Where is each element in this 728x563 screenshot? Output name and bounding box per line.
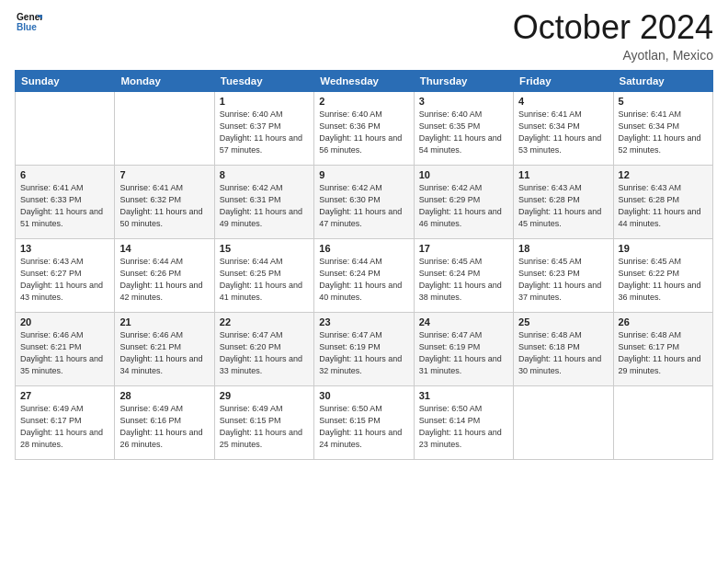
day-number: 29 xyxy=(220,390,309,401)
day-info: Sunrise: 6:40 AM Sunset: 6:37 PM Dayligh… xyxy=(220,109,309,156)
day-number: 8 xyxy=(220,169,309,180)
weekday-header: Monday xyxy=(115,70,214,91)
day-number: 2 xyxy=(319,96,408,107)
weekday-header: Friday xyxy=(514,70,613,91)
day-number: 17 xyxy=(419,243,508,254)
calendar-cell: 24Sunrise: 6:47 AM Sunset: 6:19 PM Dayli… xyxy=(414,312,513,385)
calendar-cell xyxy=(613,385,712,459)
day-number: 1 xyxy=(220,96,309,107)
calendar-cell: 22Sunrise: 6:47 AM Sunset: 6:20 PM Dayli… xyxy=(214,312,313,385)
day-info: Sunrise: 6:43 AM Sunset: 6:27 PM Dayligh… xyxy=(20,256,109,304)
page: General Blue October 2024 Ayotlan, Mexic… xyxy=(0,0,728,563)
day-info: Sunrise: 6:48 AM Sunset: 6:17 PM Dayligh… xyxy=(619,329,708,377)
calendar-cell: 20Sunrise: 6:46 AM Sunset: 6:21 PM Dayli… xyxy=(16,312,115,385)
day-info: Sunrise: 6:42 AM Sunset: 6:29 PM Dayligh… xyxy=(419,182,508,230)
calendar-cell: 29Sunrise: 6:49 AM Sunset: 6:15 PM Dayli… xyxy=(214,385,313,459)
day-number: 11 xyxy=(518,169,608,180)
calendar-week-row: 1Sunrise: 6:40 AM Sunset: 6:37 PM Daylig… xyxy=(16,91,713,165)
day-number: 21 xyxy=(119,316,209,327)
calendar-cell: 4Sunrise: 6:41 AM Sunset: 6:34 PM Daylig… xyxy=(514,91,613,165)
day-info: Sunrise: 6:45 AM Sunset: 6:23 PM Dayligh… xyxy=(518,256,608,304)
calendar-cell xyxy=(115,91,214,165)
location: Ayotlan, Mexico xyxy=(513,48,713,63)
header: General Blue October 2024 Ayotlan, Mexic… xyxy=(15,9,713,63)
calendar-cell: 17Sunrise: 6:45 AM Sunset: 6:24 PM Dayli… xyxy=(414,238,513,312)
day-info: Sunrise: 6:41 AM Sunset: 6:33 PM Dayligh… xyxy=(20,182,109,230)
day-info: Sunrise: 6:47 AM Sunset: 6:19 PM Dayligh… xyxy=(419,329,508,377)
day-info: Sunrise: 6:41 AM Sunset: 6:34 PM Dayligh… xyxy=(619,109,708,156)
calendar-cell: 12Sunrise: 6:43 AM Sunset: 6:28 PM Dayli… xyxy=(613,165,712,238)
day-number: 15 xyxy=(220,243,309,254)
calendar-cell: 7Sunrise: 6:41 AM Sunset: 6:32 PM Daylig… xyxy=(115,165,214,238)
day-info: Sunrise: 6:49 AM Sunset: 6:17 PM Dayligh… xyxy=(20,403,109,451)
day-info: Sunrise: 6:47 AM Sunset: 6:20 PM Dayligh… xyxy=(220,329,309,377)
logo-icon: General Blue xyxy=(17,9,42,35)
calendar-cell: 21Sunrise: 6:46 AM Sunset: 6:21 PM Dayli… xyxy=(115,312,214,385)
day-number: 20 xyxy=(20,316,109,327)
calendar-cell: 16Sunrise: 6:44 AM Sunset: 6:24 PM Dayli… xyxy=(314,238,414,312)
day-info: Sunrise: 6:40 AM Sunset: 6:36 PM Dayligh… xyxy=(319,109,408,156)
day-info: Sunrise: 6:43 AM Sunset: 6:28 PM Dayligh… xyxy=(518,182,608,230)
day-number: 4 xyxy=(518,96,608,107)
day-number: 9 xyxy=(319,169,408,180)
day-info: Sunrise: 6:47 AM Sunset: 6:19 PM Dayligh… xyxy=(319,329,408,377)
day-number: 7 xyxy=(119,169,209,180)
day-info: Sunrise: 6:41 AM Sunset: 6:32 PM Dayligh… xyxy=(119,182,209,230)
calendar-cell: 18Sunrise: 6:45 AM Sunset: 6:23 PM Dayli… xyxy=(514,238,613,312)
weekday-header: Tuesday xyxy=(214,70,313,91)
logo: General Blue xyxy=(15,9,42,39)
calendar-week-row: 20Sunrise: 6:46 AM Sunset: 6:21 PM Dayli… xyxy=(16,312,713,385)
calendar-week-row: 13Sunrise: 6:43 AM Sunset: 6:27 PM Dayli… xyxy=(16,238,713,312)
calendar-cell: 8Sunrise: 6:42 AM Sunset: 6:31 PM Daylig… xyxy=(214,165,313,238)
day-number: 12 xyxy=(619,169,708,180)
calendar-cell: 1Sunrise: 6:40 AM Sunset: 6:37 PM Daylig… xyxy=(214,91,313,165)
day-number: 28 xyxy=(119,390,209,401)
svg-text:General: General xyxy=(17,12,42,22)
calendar-cell: 28Sunrise: 6:49 AM Sunset: 6:16 PM Dayli… xyxy=(115,385,214,459)
day-info: Sunrise: 6:45 AM Sunset: 6:22 PM Dayligh… xyxy=(619,256,708,304)
day-number: 22 xyxy=(220,316,309,327)
day-number: 18 xyxy=(518,243,608,254)
day-info: Sunrise: 6:41 AM Sunset: 6:34 PM Dayligh… xyxy=(518,109,608,156)
day-number: 31 xyxy=(419,390,508,401)
calendar-cell: 13Sunrise: 6:43 AM Sunset: 6:27 PM Dayli… xyxy=(16,238,115,312)
calendar-cell: 10Sunrise: 6:42 AM Sunset: 6:29 PM Dayli… xyxy=(414,165,513,238)
day-number: 30 xyxy=(319,390,408,401)
day-info: Sunrise: 6:44 AM Sunset: 6:25 PM Dayligh… xyxy=(220,256,309,304)
day-number: 16 xyxy=(319,243,408,254)
day-info: Sunrise: 6:50 AM Sunset: 6:15 PM Dayligh… xyxy=(319,403,408,451)
calendar-cell: 26Sunrise: 6:48 AM Sunset: 6:17 PM Dayli… xyxy=(613,312,712,385)
day-number: 24 xyxy=(419,316,508,327)
day-number: 26 xyxy=(619,316,708,327)
day-info: Sunrise: 6:49 AM Sunset: 6:16 PM Dayligh… xyxy=(119,403,209,451)
weekday-header: Saturday xyxy=(613,70,712,91)
day-info: Sunrise: 6:40 AM Sunset: 6:35 PM Dayligh… xyxy=(419,109,508,156)
day-number: 23 xyxy=(319,316,408,327)
day-info: Sunrise: 6:48 AM Sunset: 6:18 PM Dayligh… xyxy=(518,329,608,377)
calendar-cell: 25Sunrise: 6:48 AM Sunset: 6:18 PM Dayli… xyxy=(514,312,613,385)
day-number: 6 xyxy=(20,169,109,180)
calendar-cell: 15Sunrise: 6:44 AM Sunset: 6:25 PM Dayli… xyxy=(214,238,313,312)
calendar-cell: 23Sunrise: 6:47 AM Sunset: 6:19 PM Dayli… xyxy=(314,312,414,385)
day-info: Sunrise: 6:42 AM Sunset: 6:31 PM Dayligh… xyxy=(220,182,309,230)
day-info: Sunrise: 6:44 AM Sunset: 6:26 PM Dayligh… xyxy=(119,256,209,304)
calendar-header-row: SundayMondayTuesdayWednesdayThursdayFrid… xyxy=(16,70,713,91)
day-info: Sunrise: 6:45 AM Sunset: 6:24 PM Dayligh… xyxy=(419,256,508,304)
day-info: Sunrise: 6:43 AM Sunset: 6:28 PM Dayligh… xyxy=(619,182,708,230)
day-info: Sunrise: 6:44 AM Sunset: 6:24 PM Dayligh… xyxy=(319,256,408,304)
calendar-cell: 2Sunrise: 6:40 AM Sunset: 6:36 PM Daylig… xyxy=(314,91,414,165)
calendar-cell: 14Sunrise: 6:44 AM Sunset: 6:26 PM Dayli… xyxy=(115,238,214,312)
calendar-cell: 6Sunrise: 6:41 AM Sunset: 6:33 PM Daylig… xyxy=(16,165,115,238)
calendar-cell: 27Sunrise: 6:49 AM Sunset: 6:17 PM Dayli… xyxy=(16,385,115,459)
day-info: Sunrise: 6:50 AM Sunset: 6:14 PM Dayligh… xyxy=(419,403,508,451)
calendar-cell: 5Sunrise: 6:41 AM Sunset: 6:34 PM Daylig… xyxy=(613,91,712,165)
svg-text:Blue: Blue xyxy=(17,22,37,32)
calendar-cell: 3Sunrise: 6:40 AM Sunset: 6:35 PM Daylig… xyxy=(414,91,513,165)
calendar-table: SundayMondayTuesdayWednesdayThursdayFrid… xyxy=(15,70,713,460)
weekday-header: Sunday xyxy=(16,70,115,91)
day-number: 3 xyxy=(419,96,508,107)
calendar-week-row: 27Sunrise: 6:49 AM Sunset: 6:17 PM Dayli… xyxy=(16,385,713,459)
day-number: 14 xyxy=(119,243,209,254)
calendar-cell: 31Sunrise: 6:50 AM Sunset: 6:14 PM Dayli… xyxy=(414,385,513,459)
day-number: 13 xyxy=(20,243,109,254)
